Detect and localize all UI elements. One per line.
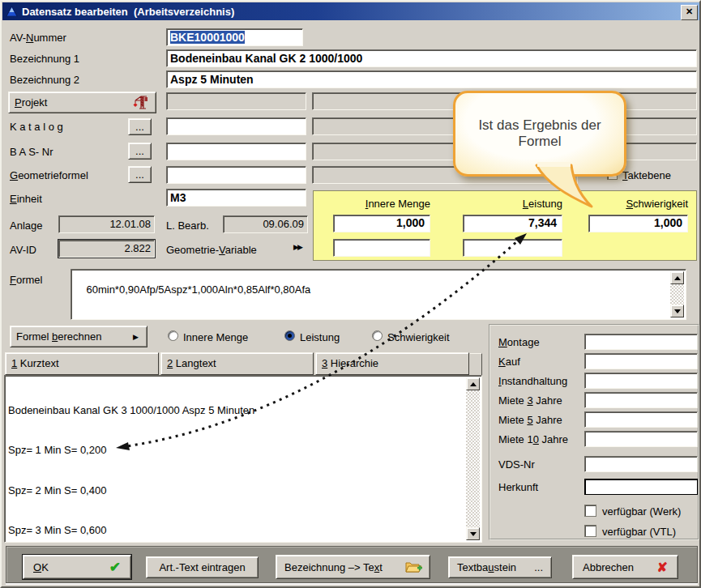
geometrieformel-browse-button[interactable]: ... xyxy=(128,166,152,183)
formel-textarea[interactable]: 60min*0,90Afp/5Aspz*1,000Aln*0,85Alf*0,8… xyxy=(71,269,686,320)
radio-leistung-label[interactable]: Leistung xyxy=(300,331,340,343)
scroll-down-icon[interactable] xyxy=(466,527,480,540)
menu-arrow-icon: ▶ xyxy=(133,333,139,341)
crane-icon xyxy=(130,95,149,111)
art-text-eintragen-button[interactable]: Art.-Text eintragen xyxy=(146,556,259,578)
montage-field[interactable] xyxy=(584,334,698,350)
projekt-field-1 xyxy=(166,92,306,110)
av-nummer-label: AV-Nummer xyxy=(10,32,66,44)
bezeichnung2-label: Bezeichnung 2 xyxy=(10,74,79,86)
ellipsis-icon: ... xyxy=(534,561,543,573)
l-bearb-field: 09.06.09 xyxy=(223,215,308,233)
radio-leistung[interactable] xyxy=(284,330,295,341)
kurztext-line: Spz= 2 Min S= 0,400 xyxy=(8,483,462,498)
bezeichnung-text-button[interactable]: Bezeichnung –> Text xyxy=(276,555,430,579)
kurztext-line: Bodeneinbau Kanal GK 3 1000/1000 Aspz 5 … xyxy=(8,403,462,418)
verfuegbar-werk-checkbox[interactable] xyxy=(584,505,596,517)
herkunft-label: Herkunft xyxy=(498,481,538,493)
vds-nr-label: VDS-Nr xyxy=(498,458,535,471)
app-triangle-icon xyxy=(6,6,18,18)
geometrie-variable-label: Geometrie-Variable xyxy=(166,244,257,256)
kauf-label: Kauf xyxy=(498,356,520,368)
schwierigkeit-field[interactable]: 1,000 xyxy=(588,215,688,232)
leistung-field-2[interactable] xyxy=(463,239,562,257)
scroll-up-icon[interactable] xyxy=(670,271,684,284)
selected-text: BKE10001000 xyxy=(170,31,245,44)
expand-arrows-icon[interactable]: ▶▶ xyxy=(293,243,301,251)
geometrieformel-field-1[interactable] xyxy=(166,166,306,184)
textbaustein-label: Textbaustein xyxy=(457,561,516,573)
callout-text-line1: Ist das Ergebnis der xyxy=(478,117,601,134)
miete-3-jahre-field[interactable] xyxy=(584,392,698,408)
katalog-field-1[interactable] xyxy=(166,117,306,135)
bezeichnung2-field[interactable]: Aspz 5 Minuten xyxy=(166,70,697,88)
katalog-browse-button[interactable]: ... xyxy=(128,118,152,135)
bezeichnung-text-label: Bezeichnung –> Text xyxy=(284,561,383,573)
art-text-label: Art.-Text eintragen xyxy=(159,561,245,573)
kauf-field[interactable] xyxy=(584,353,698,369)
formel-berechnen-button[interactable]: Formel berechnen ▶ xyxy=(10,326,147,347)
projekt-button-label: Projekt xyxy=(15,96,47,109)
kennzahlen-panel: Innere Menge Leistung Schwierigkeit 1,00… xyxy=(313,190,697,261)
einheit-field[interactable]: M3 xyxy=(166,189,306,207)
radio-schwierigkeit-label[interactable]: Schwierigkeit xyxy=(387,331,450,343)
bas-nr-field-1[interactable] xyxy=(166,143,306,160)
herkunft-field[interactable] xyxy=(584,479,698,495)
miete-3-jahre-label: Miete 3 Jahre xyxy=(498,394,562,407)
anlage-label: Anlage xyxy=(10,219,42,232)
innere-menge-field-2[interactable] xyxy=(333,239,430,257)
miete-5-jahre-field[interactable] xyxy=(584,411,698,428)
radio-schwierigkeit[interactable] xyxy=(372,330,383,341)
miete-5-jahre-label: Miete 5 Jahre xyxy=(498,414,562,426)
footer-bar: OK ✔ Art.-Text eintragen Bezeichnung –> … xyxy=(6,546,698,583)
verfuegbar-vtl-checkbox[interactable] xyxy=(584,525,596,537)
cancel-x-icon: ✘ xyxy=(657,560,668,575)
l-bearb-label: L. Bearb. xyxy=(166,219,209,232)
instandhaltung-field[interactable] xyxy=(584,373,698,389)
kurztext-scrollbar[interactable] xyxy=(466,377,480,540)
window-title: Datensatz bearbeiten (Arbeitsverzeichnis… xyxy=(22,6,234,18)
tab-kurztext[interactable]: 1 Kurztext xyxy=(5,352,159,375)
kurztext-line: Spz= 3 Min S= 0,600 xyxy=(8,522,462,538)
ellipsis-icon: ... xyxy=(135,145,144,157)
textbaustein-button[interactable]: Textbaustein ... xyxy=(448,556,552,578)
close-icon: ✕ xyxy=(686,6,693,16)
vds-nr-field[interactable] xyxy=(584,456,698,472)
titlebar[interactable]: Datensatz bearbeiten (Arbeitsverzeichnis… xyxy=(2,2,700,20)
av-id-label: AV-ID xyxy=(10,244,36,256)
tab-langtext[interactable]: 2 Langtext xyxy=(160,352,314,375)
verfuegbar-werk-label[interactable]: verfügbar (Werk) xyxy=(602,505,681,518)
instandhaltung-label: Instandhaltung xyxy=(498,375,567,387)
projekt-button[interactable]: Projekt xyxy=(8,92,156,113)
av-nummer-field[interactable]: BKE10001000 xyxy=(166,28,303,46)
formel-value: 60min*0,90Afp/5Aspz*1,000Aln*0,85Alf*0,8… xyxy=(86,283,310,296)
close-button[interactable]: ✕ xyxy=(681,5,698,20)
formel-scrollbar[interactable] xyxy=(670,271,684,317)
callout-tail xyxy=(524,162,601,212)
bas-nr-label: B A S- Nr xyxy=(10,146,53,158)
bas-nr-browse-button[interactable]: ... xyxy=(128,143,152,160)
taktebene-label: Taktebene xyxy=(622,169,671,181)
tab-hierarchie[interactable]: 3 Hierarchie xyxy=(315,352,469,375)
miete-10-jahre-field[interactable] xyxy=(584,431,698,447)
geometrieformel-label: Geometrieformel xyxy=(10,169,88,181)
innere-menge-field[interactable]: 1,000 xyxy=(333,215,430,232)
kurztext-textarea[interactable]: Bodeneinbau Kanal GK 3 1000/1000 Aspz 5 … xyxy=(4,375,482,543)
radio-innere-menge-label[interactable]: Innere Menge xyxy=(183,331,248,343)
ellipsis-icon: ... xyxy=(135,168,144,181)
miete-10-jahre-label: Miete 10 Jahre xyxy=(498,433,568,445)
scroll-down-icon[interactable] xyxy=(670,305,684,317)
callout-text-line2: Formel xyxy=(519,134,562,150)
scroll-up-icon[interactable] xyxy=(466,377,480,390)
formel-label: Formel xyxy=(10,274,42,286)
bezeichnung1-field[interactable]: Bodeneinbau Kanal GK 2 1000/1000 xyxy=(166,49,697,67)
checkmark-icon: ✔ xyxy=(109,559,121,576)
formel-berechnen-label: Formel berechnen xyxy=(16,330,102,343)
leistung-field[interactable]: 7,344 xyxy=(463,215,562,232)
radio-innere-menge[interactable] xyxy=(168,330,178,341)
abbrechen-label: Abbrechen xyxy=(583,561,634,573)
ok-button[interactable]: OK ✔ xyxy=(23,555,131,579)
kurztext-line: Spz= 1 Min S= 0,200 xyxy=(8,442,462,458)
abbrechen-button[interactable]: Abbrechen ✘ xyxy=(572,555,678,579)
verfuegbar-vtl-label[interactable]: verfügbar (VTL) xyxy=(602,526,676,538)
